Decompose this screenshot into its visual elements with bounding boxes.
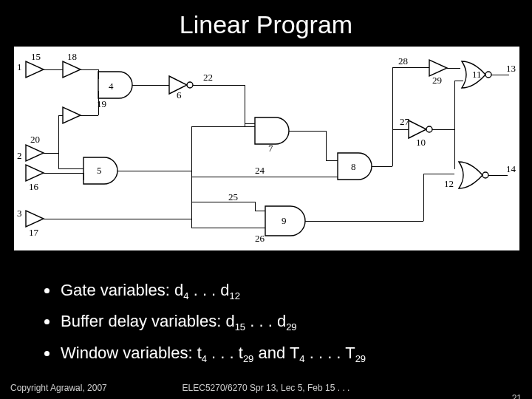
wire [454, 81, 455, 169]
wire [98, 69, 99, 79]
svg-marker-5 [26, 211, 44, 227]
wire [44, 153, 58, 154]
svg-marker-10 [409, 120, 426, 138]
wire [117, 171, 191, 171]
wire [98, 91, 99, 115]
bullet-list: Gate variables: d4 . . . d12 Buffer dela… [31, 278, 532, 372]
buffer-20-label: 20 [30, 134, 40, 146]
wire [305, 221, 423, 222]
output-13-label: 13 [506, 63, 516, 75]
wire [326, 131, 327, 160]
wire [81, 115, 98, 116]
svg-marker-8 [429, 60, 447, 76]
and-gate-8-icon [338, 153, 376, 180]
wire [193, 85, 245, 86]
wire [44, 219, 191, 219]
wire [58, 115, 63, 116]
wire [255, 211, 265, 211]
wire [191, 177, 274, 177]
wire [392, 67, 393, 88]
and-gate-9-icon [265, 206, 311, 236]
wire [423, 174, 424, 221]
svg-point-7 [187, 82, 193, 88]
wire [491, 75, 509, 75]
buffer-16-label: 16 [29, 181, 38, 193]
and-gate-8-label: 8 [351, 161, 356, 173]
footer-right: 21 [512, 393, 522, 399]
footer: Copyright Agrawal, 2007 ELEC5270/6270 Sp… [0, 383, 532, 393]
svg-marker-3 [26, 145, 44, 161]
wire [392, 67, 429, 68]
wire [423, 174, 454, 174]
svg-marker-1 [63, 61, 81, 78]
nor-gate-11-label: 11 [472, 69, 482, 81]
bullet-icon [44, 319, 50, 324]
wire [432, 129, 454, 130]
bullet-1-text: Gate variables: d [61, 281, 183, 299]
wire [44, 69, 63, 70]
wire [447, 68, 460, 69]
and-gate-7-label: 7 [268, 143, 273, 154]
svg-point-11 [426, 126, 432, 132]
buffer-17-label: 17 [29, 227, 38, 239]
input-3-label: 3 [17, 208, 22, 219]
wire [132, 85, 169, 86]
wire [274, 177, 338, 177]
fanout-22-label: 22 [203, 72, 213, 83]
wire [245, 85, 245, 126]
wire [191, 219, 192, 228]
bullet-icon [44, 288, 50, 293]
svg-marker-0 [26, 61, 44, 78]
and-gate-9-label: 9 [282, 215, 287, 227]
bullet-2: Buffer delay variables: d15 . . . d29 [61, 309, 532, 340]
and-gate-5-label: 5 [97, 165, 102, 177]
buffer-18-label: 18 [67, 51, 77, 63]
and-gate-5-icon [83, 157, 122, 184]
wire [191, 126, 192, 221]
wire [245, 123, 255, 124]
svg-marker-2 [63, 107, 81, 123]
and-gate-4-label: 4 [109, 81, 114, 92]
and-gate-4-icon [98, 72, 137, 98]
buffer-15-label: 15 [31, 51, 41, 63]
not-gate-10-label: 10 [416, 137, 426, 149]
output-14-label: 14 [506, 163, 516, 175]
footer-left: Copyright Agrawal, 2007 [10, 383, 107, 393]
wire [191, 202, 255, 202]
wire [488, 175, 508, 176]
circuit-diagram: 1 2 3 15 18 19 20 16 17 4 [13, 46, 520, 251]
wire [454, 81, 463, 81]
fanout-24-label: 24 [255, 165, 265, 177]
wire [191, 126, 255, 127]
wire [83, 173, 84, 180]
svg-point-12 [482, 172, 488, 178]
wire [58, 168, 83, 169]
fanout-28-label: 28 [398, 55, 408, 67]
wire [392, 88, 393, 166]
slide-title: Linear Program [0, 0, 532, 39]
wire [44, 173, 83, 174]
wire [255, 202, 256, 211]
bullet-3-text: Window variables: t [61, 344, 202, 362]
svg-point-9 [485, 72, 491, 78]
svg-marker-4 [26, 165, 44, 181]
bullet-1: Gate variables: d4 . . . d12 [61, 278, 532, 309]
wire [326, 160, 338, 161]
nor-gate-12-label: 12 [444, 178, 454, 190]
bullet-3: Window variables: t4 . . . t29 and T4 . … [61, 341, 532, 372]
not-gate-6-label: 6 [177, 89, 182, 101]
fanout-26-label: 26 [255, 233, 265, 245]
bullet-2-text: Buffer delay variables: d [61, 312, 235, 330]
wire [372, 166, 392, 167]
fanout-29-label: 29 [432, 75, 442, 86]
wire [191, 228, 265, 228]
wire [58, 115, 59, 168]
and-gate-7-icon [255, 117, 293, 144]
wire [392, 129, 409, 130]
wire [81, 69, 98, 70]
input-1-label: 1 [17, 61, 22, 73]
wire [289, 131, 326, 132]
input-2-label: 2 [17, 150, 22, 162]
bullet-icon [44, 351, 50, 356]
